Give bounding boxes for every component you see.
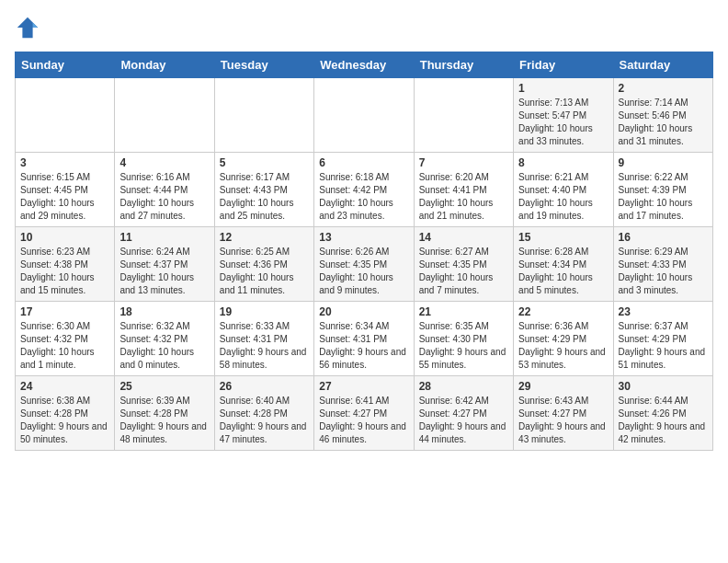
day-number: 5	[220, 156, 309, 169]
calendar-cell: 13Sunrise: 6:26 AM Sunset: 4:35 PM Dayli…	[314, 227, 414, 302]
calendar-cell	[214, 78, 313, 153]
day-number: 10	[20, 231, 109, 244]
calendar-cell: 4Sunrise: 6:16 AM Sunset: 4:44 PM Daylig…	[115, 153, 214, 227]
col-header-saturday: Saturday	[613, 52, 712, 78]
calendar-cell: 22Sunrise: 6:36 AM Sunset: 4:29 PM Dayli…	[514, 302, 613, 376]
calendar-cell: 10Sunrise: 6:23 AM Sunset: 4:38 PM Dayli…	[16, 227, 115, 302]
day-number: 22	[518, 305, 608, 318]
col-header-wednesday: Wednesday	[314, 52, 414, 78]
calendar-cell: 8Sunrise: 6:21 AM Sunset: 4:40 PM Daylig…	[514, 153, 613, 227]
calendar-cell: 9Sunrise: 6:22 AM Sunset: 4:39 PM Daylig…	[613, 153, 712, 227]
day-info: Sunrise: 6:29 AM Sunset: 4:33 PM Dayligh…	[619, 246, 708, 297]
day-info: Sunrise: 6:27 AM Sunset: 4:35 PM Dayligh…	[419, 246, 508, 297]
day-info: Sunrise: 6:16 AM Sunset: 4:44 PM Dayligh…	[119, 171, 209, 223]
day-info: Sunrise: 6:15 AM Sunset: 4:45 PM Dayligh…	[20, 171, 109, 223]
calendar-table: SundayMondayTuesdayWednesdayThursdayFrid…	[15, 52, 713, 451]
day-info: Sunrise: 6:32 AM Sunset: 4:32 PM Dayligh…	[119, 320, 209, 372]
day-info: Sunrise: 6:36 AM Sunset: 4:29 PM Dayligh…	[518, 320, 608, 372]
calendar-cell: 15Sunrise: 6:28 AM Sunset: 4:34 PM Dayli…	[514, 227, 613, 302]
calendar-cell: 18Sunrise: 6:32 AM Sunset: 4:32 PM Dayli…	[115, 302, 214, 376]
day-info: Sunrise: 6:33 AM Sunset: 4:31 PM Dayligh…	[220, 320, 309, 372]
page-header	[15, 15, 713, 40]
calendar-cell: 29Sunrise: 6:43 AM Sunset: 4:27 PM Dayli…	[514, 376, 613, 451]
day-number: 24	[20, 380, 109, 393]
calendar-cell: 3Sunrise: 6:15 AM Sunset: 4:45 PM Daylig…	[16, 153, 115, 227]
col-header-tuesday: Tuesday	[214, 52, 313, 78]
logo	[15, 15, 44, 40]
calendar-cell	[414, 78, 513, 153]
day-number: 18	[119, 305, 209, 318]
day-number: 27	[319, 380, 408, 393]
day-number: 3	[20, 156, 109, 169]
day-info: Sunrise: 6:39 AM Sunset: 4:28 PM Dayligh…	[119, 395, 209, 446]
calendar-cell	[115, 78, 214, 153]
day-info: Sunrise: 6:37 AM Sunset: 4:29 PM Dayligh…	[619, 320, 708, 372]
col-header-monday: Monday	[115, 52, 214, 78]
col-header-thursday: Thursday	[414, 52, 513, 78]
calendar-cell: 14Sunrise: 6:27 AM Sunset: 4:35 PM Dayli…	[414, 227, 513, 302]
day-number: 12	[220, 231, 309, 244]
day-info: Sunrise: 6:40 AM Sunset: 4:28 PM Dayligh…	[220, 395, 309, 446]
calendar-cell: 11Sunrise: 6:24 AM Sunset: 4:37 PM Dayli…	[115, 227, 214, 302]
calendar-cell: 21Sunrise: 6:35 AM Sunset: 4:30 PM Dayli…	[414, 302, 513, 376]
day-number: 25	[119, 380, 209, 393]
day-number: 14	[419, 231, 508, 244]
calendar-cell: 23Sunrise: 6:37 AM Sunset: 4:29 PM Dayli…	[613, 302, 712, 376]
day-info: Sunrise: 7:13 AM Sunset: 5:47 PM Dayligh…	[518, 97, 608, 148]
day-number: 8	[518, 156, 608, 169]
day-number: 19	[220, 305, 309, 318]
calendar-cell: 28Sunrise: 6:42 AM Sunset: 4:27 PM Dayli…	[414, 376, 513, 451]
calendar-cell: 1Sunrise: 7:13 AM Sunset: 5:47 PM Daylig…	[514, 78, 613, 153]
col-header-friday: Friday	[514, 52, 613, 78]
day-info: Sunrise: 6:23 AM Sunset: 4:38 PM Dayligh…	[20, 246, 109, 297]
day-number: 17	[20, 305, 109, 318]
calendar-cell: 5Sunrise: 6:17 AM Sunset: 4:43 PM Daylig…	[214, 153, 313, 227]
day-number: 9	[619, 156, 708, 169]
day-info: Sunrise: 6:41 AM Sunset: 4:27 PM Dayligh…	[319, 395, 408, 446]
day-info: Sunrise: 6:21 AM Sunset: 4:40 PM Dayligh…	[518, 171, 608, 223]
day-info: Sunrise: 6:44 AM Sunset: 4:26 PM Dayligh…	[619, 395, 708, 446]
calendar-cell: 30Sunrise: 6:44 AM Sunset: 4:26 PM Dayli…	[613, 376, 712, 451]
calendar-cell: 2Sunrise: 7:14 AM Sunset: 5:46 PM Daylig…	[613, 78, 712, 153]
day-info: Sunrise: 6:18 AM Sunset: 4:42 PM Dayligh…	[319, 171, 408, 223]
calendar-cell: 27Sunrise: 6:41 AM Sunset: 4:27 PM Dayli…	[314, 376, 414, 451]
day-info: Sunrise: 6:25 AM Sunset: 4:36 PM Dayligh…	[220, 246, 309, 297]
day-number: 23	[619, 305, 708, 318]
day-info: Sunrise: 6:42 AM Sunset: 4:27 PM Dayligh…	[419, 395, 508, 446]
day-number: 28	[419, 380, 508, 393]
calendar-cell: 7Sunrise: 6:20 AM Sunset: 4:41 PM Daylig…	[414, 153, 513, 227]
day-number: 6	[319, 156, 408, 169]
calendar-cell	[314, 78, 414, 153]
calendar-cell: 16Sunrise: 6:29 AM Sunset: 4:33 PM Dayli…	[613, 227, 712, 302]
calendar-cell: 17Sunrise: 6:30 AM Sunset: 4:32 PM Dayli…	[16, 302, 115, 376]
day-number: 29	[518, 380, 608, 393]
calendar-cell: 26Sunrise: 6:40 AM Sunset: 4:28 PM Dayli…	[214, 376, 313, 451]
day-number: 15	[518, 231, 608, 244]
calendar-cell: 6Sunrise: 6:18 AM Sunset: 4:42 PM Daylig…	[314, 153, 414, 227]
day-info: Sunrise: 6:17 AM Sunset: 4:43 PM Dayligh…	[220, 171, 309, 223]
day-number: 21	[419, 305, 508, 318]
day-number: 13	[319, 231, 408, 244]
day-info: Sunrise: 6:26 AM Sunset: 4:35 PM Dayligh…	[319, 246, 408, 297]
calendar-cell: 25Sunrise: 6:39 AM Sunset: 4:28 PM Dayli…	[115, 376, 214, 451]
day-info: Sunrise: 6:20 AM Sunset: 4:41 PM Dayligh…	[419, 171, 508, 223]
day-number: 11	[119, 231, 209, 244]
day-info: Sunrise: 6:30 AM Sunset: 4:32 PM Dayligh…	[20, 320, 109, 372]
day-number: 4	[119, 156, 209, 169]
day-number: 20	[319, 305, 408, 318]
logo-icon	[15, 15, 40, 40]
calendar-cell: 12Sunrise: 6:25 AM Sunset: 4:36 PM Dayli…	[214, 227, 313, 302]
day-number: 30	[619, 380, 708, 393]
day-info: Sunrise: 6:35 AM Sunset: 4:30 PM Dayligh…	[419, 320, 508, 372]
day-info: Sunrise: 7:14 AM Sunset: 5:46 PM Dayligh…	[619, 97, 708, 148]
calendar-cell: 19Sunrise: 6:33 AM Sunset: 4:31 PM Dayli…	[214, 302, 313, 376]
day-number: 2	[619, 82, 708, 95]
calendar-cell: 20Sunrise: 6:34 AM Sunset: 4:31 PM Dayli…	[314, 302, 414, 376]
day-info: Sunrise: 6:38 AM Sunset: 4:28 PM Dayligh…	[20, 395, 109, 446]
day-info: Sunrise: 6:28 AM Sunset: 4:34 PM Dayligh…	[518, 246, 608, 297]
calendar-cell: 24Sunrise: 6:38 AM Sunset: 4:28 PM Dayli…	[16, 376, 115, 451]
day-number: 7	[419, 156, 508, 169]
day-number: 16	[619, 231, 708, 244]
day-info: Sunrise: 6:43 AM Sunset: 4:27 PM Dayligh…	[518, 395, 608, 446]
day-info: Sunrise: 6:22 AM Sunset: 4:39 PM Dayligh…	[619, 171, 708, 223]
